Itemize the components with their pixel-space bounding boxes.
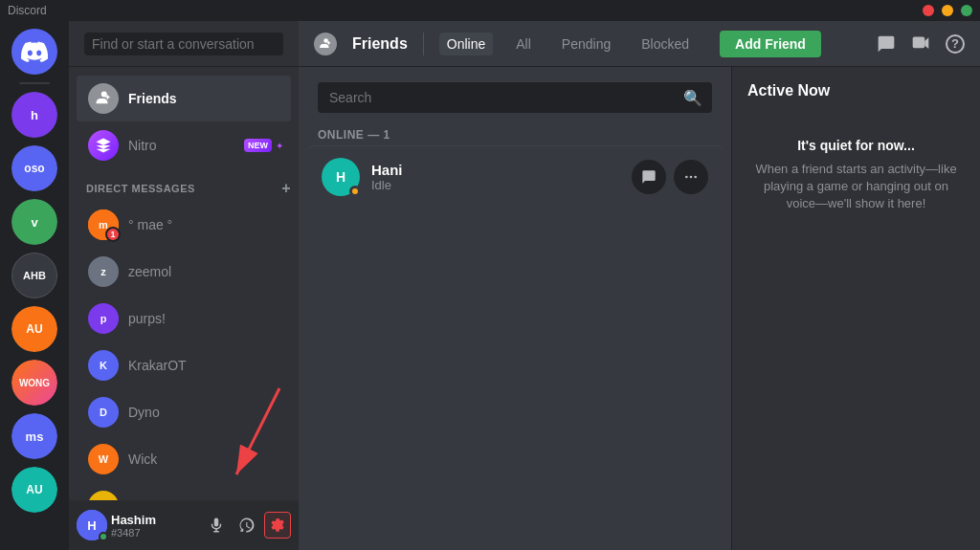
- server-icon-3[interactable]: v: [11, 199, 57, 245]
- friends-list-area: 🔍 ONLINE — 1 H Hani: [299, 67, 731, 550]
- more-options-button[interactable]: [674, 160, 708, 194]
- server-icon-label: h: [11, 92, 57, 138]
- friends-search-input[interactable]: [318, 82, 712, 113]
- server-icon-label: ms: [11, 413, 57, 459]
- server-icon-2[interactable]: oso: [11, 145, 57, 191]
- active-now-empty-state: It's quiet for now... When a friend star…: [747, 115, 965, 236]
- server-icon-label: oso: [11, 145, 57, 191]
- active-now-empty-title: It's quiet for now...: [797, 138, 915, 153]
- user-display-name: Hashim: [111, 513, 199, 527]
- dm-name-krakarot: KrakarOT: [128, 358, 187, 373]
- user-controls: [203, 512, 291, 539]
- nitro-star-icon: ✦: [276, 141, 283, 151]
- friend-item-hani[interactable]: H Hani Idle: [306, 145, 724, 208]
- friends-nav-icon: [88, 83, 119, 114]
- maximize-button[interactable]: [961, 5, 972, 16]
- mute-button[interactable]: [203, 512, 230, 539]
- titlebar: Discord: [0, 0, 980, 21]
- titlebar-title: Discord: [8, 4, 923, 17]
- dm-item-dyno[interactable]: D Dyno: [77, 389, 291, 435]
- server-icon-8[interactable]: AU: [11, 467, 57, 513]
- dm-item-mae[interactable]: m 1 ° mae °: [77, 202, 291, 248]
- server-icon-4[interactable]: AHB: [11, 253, 57, 298]
- dm-sidebar: Friends Nitro NEW ✦: [69, 21, 299, 550]
- svg-point-4: [690, 176, 693, 179]
- svg-rect-2: [913, 36, 925, 48]
- nitro-icon: [88, 130, 119, 161]
- friends-search-bar: 🔍: [299, 67, 731, 121]
- header-right-icons: ?: [877, 34, 965, 54]
- user-status-indicator: [99, 532, 108, 541]
- settings-button[interactable]: [264, 512, 291, 539]
- friends-nav-label: Friends: [128, 91, 177, 106]
- new-dm-button[interactable]: +: [281, 180, 291, 197]
- server-icon-6[interactable]: WONG: [11, 360, 57, 406]
- minimize-button[interactable]: [942, 5, 953, 16]
- server-icon-5[interactable]: AU: [11, 306, 57, 352]
- nitro-new-badge: NEW: [244, 139, 272, 152]
- help-icon-button[interactable]: ?: [946, 34, 965, 54]
- dm-avatar-mae: m 1: [88, 209, 119, 240]
- server-icon-1[interactable]: h: [11, 92, 57, 138]
- main-header: Friends Online All Pending Blocked Add F…: [299, 21, 980, 67]
- tab-blocked[interactable]: Blocked: [634, 33, 697, 55]
- header-title: Friends: [352, 35, 408, 53]
- user-panel: H Hashim #3487: [69, 500, 299, 550]
- close-button[interactable]: [923, 5, 934, 16]
- server-icon-label: AU: [11, 306, 57, 352]
- friend-actions-hani: [632, 160, 708, 194]
- dm-item-krakarot[interactable]: K KrakarOT: [77, 342, 291, 388]
- message-friend-button[interactable]: [632, 160, 666, 194]
- nitro-nav-item[interactable]: Nitro NEW ✦: [77, 122, 291, 168]
- dm-item-thiccson[interactable]: T THICCson_Gracie: [77, 483, 291, 500]
- add-friend-button[interactable]: Add Friend: [720, 31, 821, 57]
- svg-point-5: [694, 176, 697, 179]
- find-conversation-input[interactable]: [84, 33, 283, 55]
- main-layout: h oso v AHB AU WONG ms AU: [0, 21, 980, 550]
- dm-item-purps[interactable]: p purps!: [77, 296, 291, 341]
- header-divider: [423, 33, 424, 55]
- nitro-label: Nitro: [128, 138, 157, 153]
- dm-name-dyno: Dyno: [128, 405, 160, 420]
- tab-all[interactable]: All: [508, 33, 539, 55]
- dm-icon-button[interactable]: [877, 34, 896, 54]
- dm-item-zeemol[interactable]: z zeemol: [77, 249, 291, 295]
- server-divider: [19, 82, 50, 84]
- main-content: Friends Online All Pending Blocked Add F…: [299, 21, 980, 550]
- dm-name-wick: Wick: [128, 451, 157, 467]
- active-now-empty-desc: When a friend starts an activity—like pl…: [755, 161, 957, 213]
- dm-sidebar-content: Friends Nitro NEW ✦: [69, 67, 299, 500]
- app-window: Discord h oso v: [0, 0, 980, 550]
- active-now-panel: Active Now It's quiet for now... When a …: [731, 67, 980, 550]
- dm-avatar-thiccson: T: [88, 491, 119, 500]
- video-icon-button[interactable]: [911, 34, 930, 54]
- discord-home-button[interactable]: [11, 29, 57, 75]
- deafen-button[interactable]: [234, 512, 260, 539]
- dm-avatar-zeemol: z: [88, 256, 119, 287]
- friends-content: 🔍 ONLINE — 1 H Hani: [299, 67, 980, 550]
- user-info: Hashim #3487: [111, 513, 199, 539]
- dm-name-purps: purps!: [128, 311, 166, 326]
- friends-nav-item[interactable]: Friends: [77, 76, 291, 121]
- friends-list: H Hani Idle: [299, 145, 731, 550]
- svg-point-3: [685, 176, 688, 179]
- tab-pending[interactable]: Pending: [554, 33, 618, 55]
- dm-sidebar-header: [69, 21, 299, 67]
- friend-avatar-hani: H: [322, 158, 360, 196]
- dm-name-mae: ° mae °: [128, 217, 172, 232]
- server-icon-label: AU: [11, 467, 57, 513]
- server-icon-label: v: [11, 199, 57, 245]
- server-icon-7[interactable]: ms: [11, 413, 57, 459]
- tab-online[interactable]: Online: [439, 33, 493, 55]
- server-icon-label: WONG: [11, 360, 57, 406]
- dm-avatar-dyno: D: [88, 397, 119, 428]
- server-sidebar: h oso v AHB AU WONG ms AU: [0, 21, 69, 550]
- user-avatar: H: [77, 510, 107, 540]
- dm-name-zeemol: zeemol: [128, 264, 171, 279]
- dm-item-wick[interactable]: W Wick: [77, 436, 291, 482]
- dm-notification-badge: 1: [105, 227, 121, 242]
- dm-avatar-purps: p: [88, 303, 119, 334]
- online-count-label: ONLINE — 1: [299, 121, 731, 145]
- dm-avatar-krakarot: K: [88, 350, 119, 381]
- friend-status-hani: Idle: [371, 178, 632, 192]
